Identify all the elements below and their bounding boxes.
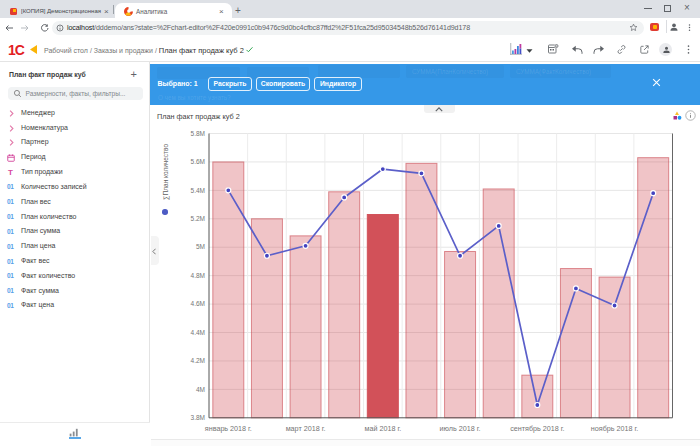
svg-text:4M: 4M (196, 386, 205, 393)
svg-text:4.8M: 4.8M (191, 272, 205, 279)
svg-text:июль 2018 г.: июль 2018 г. (440, 424, 481, 433)
svg-text:5.4M: 5.4M (191, 187, 205, 194)
svg-text:май 2018 г.: май 2018 г. (364, 424, 401, 433)
svg-text:сентябрь 2018 г.: сентябрь 2018 г. (510, 424, 564, 433)
svg-text:5M: 5M (196, 243, 205, 250)
svg-text:4.6M: 4.6M (191, 300, 205, 307)
svg-text:3.8M: 3.8M (191, 414, 205, 421)
svg-text:5.6M: 5.6M (191, 158, 205, 165)
svg-text:4.2M: 4.2M (191, 357, 205, 364)
svg-text:5.8M: 5.8M (191, 130, 205, 137)
svg-text:ноябрь 2018 г.: ноябрь 2018 г. (591, 424, 638, 433)
svg-text:январь 2018 г.: январь 2018 г. (205, 424, 252, 433)
svg-text:4.4M: 4.4M (191, 329, 205, 336)
svg-text:5.2M: 5.2M (191, 215, 205, 222)
svg-text:март 2018 г.: март 2018 г. (286, 424, 326, 433)
